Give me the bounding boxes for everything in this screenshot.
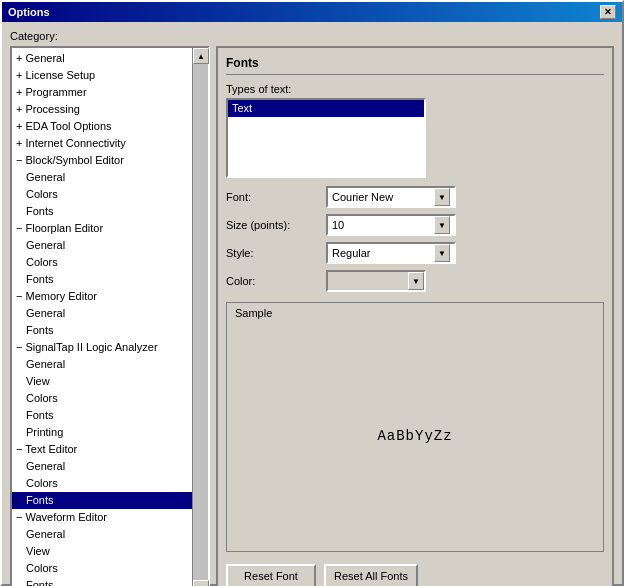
font-dropdown-arrow[interactable]: ▼ bbox=[434, 188, 450, 206]
tree-item-fp-fonts[interactable]: Fonts bbox=[12, 271, 192, 288]
size-value: 10 bbox=[332, 219, 434, 231]
types-label: Types of text: bbox=[226, 83, 326, 95]
scroll-track[interactable] bbox=[193, 64, 208, 580]
tree-panel-wrapper: + General+ License Setup+ Programmer+ Pr… bbox=[10, 46, 210, 586]
tree-item-we-colors[interactable]: Colors bbox=[12, 560, 192, 577]
options-dialog: Options ✕ Category: + General+ License S… bbox=[0, 0, 624, 586]
tree-item-floorplan-editor[interactable]: − Floorplan Editor bbox=[12, 220, 192, 237]
vertical-scrollbar[interactable]: ▲ ▼ bbox=[192, 48, 208, 586]
tree-item-bs-colors[interactable]: Colors bbox=[12, 186, 192, 203]
sample-group: Sample AaBbYyZz bbox=[226, 302, 604, 552]
color-label: Color: bbox=[226, 275, 326, 287]
scroll-down-button[interactable]: ▼ bbox=[193, 580, 209, 586]
tree-item-internet-connectivity[interactable]: + Internet Connectivity bbox=[12, 135, 192, 152]
sample-label: Sample bbox=[235, 307, 595, 319]
tree-item-general[interactable]: + General bbox=[12, 50, 192, 67]
tree-item-st-view[interactable]: View bbox=[12, 373, 192, 390]
tree-item-bs-general[interactable]: General bbox=[12, 169, 192, 186]
sample-text: AaBbYyZz bbox=[235, 325, 595, 547]
tree-item-bs-fonts[interactable]: Fonts bbox=[12, 203, 192, 220]
tree-item-st-printing[interactable]: Printing bbox=[12, 424, 192, 441]
tree-list[interactable]: + General+ License Setup+ Programmer+ Pr… bbox=[12, 48, 192, 586]
tree-item-st-fonts[interactable]: Fonts bbox=[12, 407, 192, 424]
color-dropdown-arrow[interactable]: ▼ bbox=[408, 272, 424, 290]
tree-item-st-general[interactable]: General bbox=[12, 356, 192, 373]
tree-item-me-general[interactable]: General bbox=[12, 305, 192, 322]
style-select[interactable]: Regular ▼ bbox=[326, 242, 456, 264]
dialog-title: Options bbox=[8, 6, 50, 18]
style-label: Style: bbox=[226, 247, 326, 259]
style-value: Regular bbox=[332, 247, 434, 259]
category-label: Category: bbox=[10, 30, 614, 42]
tree-item-fp-colors[interactable]: Colors bbox=[12, 254, 192, 271]
tree-item-license-setup[interactable]: + License Setup bbox=[12, 67, 192, 84]
font-row: Font: Courier New ▼ bbox=[226, 186, 604, 208]
tree-item-signaltap[interactable]: − SignalTap II Logic Analyzer bbox=[12, 339, 192, 356]
panel-title: Fonts bbox=[226, 56, 604, 75]
font-select[interactable]: Courier New ▼ bbox=[326, 186, 456, 208]
tree-item-text-editor[interactable]: − Text Editor bbox=[12, 441, 192, 458]
tree-item-te-general[interactable]: General bbox=[12, 458, 192, 475]
title-bar: Options ✕ bbox=[2, 2, 622, 22]
font-value: Courier New bbox=[332, 191, 434, 203]
main-area: + General+ License Setup+ Programmer+ Pr… bbox=[10, 46, 614, 586]
size-dropdown-arrow[interactable]: ▼ bbox=[434, 216, 450, 234]
dialog-content: Category: + General+ License Setup+ Prog… bbox=[2, 22, 622, 586]
tree-item-programmer[interactable]: + Programmer bbox=[12, 84, 192, 101]
tree-item-fp-general[interactable]: General bbox=[12, 237, 192, 254]
tree-item-we-general[interactable]: General bbox=[12, 526, 192, 543]
types-list[interactable]: Text bbox=[226, 98, 426, 178]
font-label: Font: bbox=[226, 191, 326, 203]
tree-item-te-colors[interactable]: Colors bbox=[12, 475, 192, 492]
size-row: Size (points): 10 ▼ bbox=[226, 214, 604, 236]
tree-item-eda-tool-options[interactable]: + EDA Tool Options bbox=[12, 118, 192, 135]
color-row: Color: ▼ bbox=[226, 270, 604, 292]
reset-font-button[interactable]: Reset Font bbox=[226, 564, 316, 586]
tree-item-st-colors[interactable]: Colors bbox=[12, 390, 192, 407]
tree-item-memory-editor[interactable]: − Memory Editor bbox=[12, 288, 192, 305]
style-dropdown-arrow[interactable]: ▼ bbox=[434, 244, 450, 262]
color-picker[interactable]: ▼ bbox=[326, 270, 426, 292]
scroll-up-button[interactable]: ▲ bbox=[193, 48, 209, 64]
types-section: Types of text: Text bbox=[226, 83, 604, 178]
font-button-row: Reset Font Reset All Fonts bbox=[226, 564, 604, 586]
style-row: Style: Regular ▼ bbox=[226, 242, 604, 264]
tree-item-processing[interactable]: + Processing bbox=[12, 101, 192, 118]
types-list-item[interactable]: Text bbox=[228, 100, 424, 117]
size-select[interactable]: 10 ▼ bbox=[326, 214, 456, 236]
tree-item-te-fonts[interactable]: Fonts bbox=[12, 492, 192, 509]
close-button[interactable]: ✕ bbox=[600, 5, 616, 19]
tree-item-we-view[interactable]: View bbox=[12, 543, 192, 560]
tree-item-we-fonts[interactable]: Fonts bbox=[12, 577, 192, 586]
reset-all-fonts-button[interactable]: Reset All Fonts bbox=[324, 564, 418, 586]
size-label: Size (points): bbox=[226, 219, 326, 231]
fonts-panel: Fonts Types of text: Text Font: Courier … bbox=[216, 46, 614, 586]
tree-item-waveform-editor[interactable]: − Waveform Editor bbox=[12, 509, 192, 526]
tree-item-block-symbol-editor[interactable]: − Block/Symbol Editor bbox=[12, 152, 192, 169]
tree-item-me-fonts[interactable]: Fonts bbox=[12, 322, 192, 339]
